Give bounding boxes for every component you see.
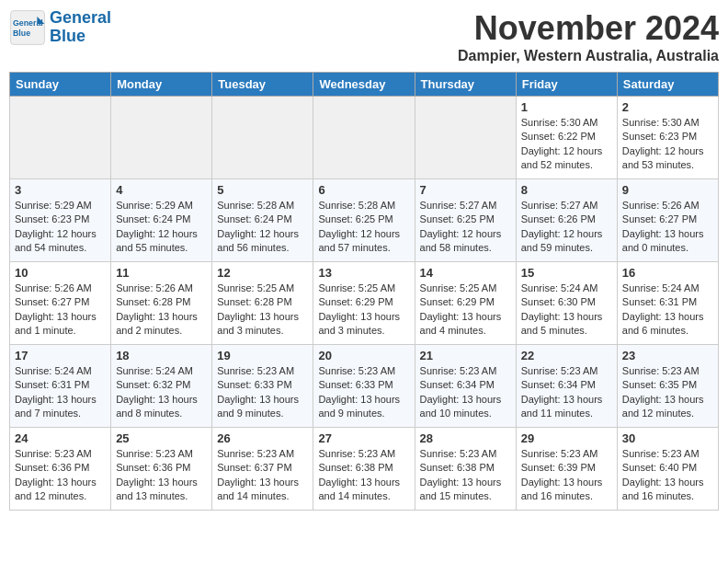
day-info: Sunrise: 5:23 AM Sunset: 6:33 PM Dayligh… (318, 364, 409, 421)
calendar-cell: 27Sunrise: 5:23 AM Sunset: 6:38 PM Dayli… (313, 428, 415, 511)
day-number: 2 (622, 100, 713, 114)
svg-rect-0 (11, 11, 45, 45)
day-info: Sunrise: 5:24 AM Sunset: 6:32 PM Dayligh… (116, 364, 207, 421)
calendar-cell: 21Sunrise: 5:23 AM Sunset: 6:34 PM Dayli… (415, 345, 516, 428)
day-number: 27 (318, 431, 409, 445)
calendar-cell: 5Sunrise: 5:28 AM Sunset: 6:24 PM Daylig… (212, 179, 313, 262)
day-info: Sunrise: 5:29 AM Sunset: 6:23 PM Dayligh… (15, 199, 106, 256)
calendar-cell: 9Sunrise: 5:26 AM Sunset: 6:27 PM Daylig… (617, 179, 718, 262)
day-info: Sunrise: 5:23 AM Sunset: 6:39 PM Dayligh… (521, 447, 612, 504)
calendar-cell (212, 97, 313, 179)
calendar-cell: 7Sunrise: 5:27 AM Sunset: 6:25 PM Daylig… (415, 179, 516, 262)
logo-text2: Blue (50, 28, 111, 46)
calendar-cell: 20Sunrise: 5:23 AM Sunset: 6:33 PM Dayli… (313, 345, 415, 428)
day-info: Sunrise: 5:23 AM Sunset: 6:36 PM Dayligh… (15, 447, 106, 504)
calendar-cell: 11Sunrise: 5:26 AM Sunset: 6:28 PM Dayli… (111, 262, 212, 345)
day-info: Sunrise: 5:23 AM Sunset: 6:36 PM Dayligh… (116, 447, 207, 504)
day-info: Sunrise: 5:30 AM Sunset: 6:23 PM Dayligh… (622, 116, 713, 173)
day-info: Sunrise: 5:26 AM Sunset: 6:28 PM Dayligh… (116, 282, 207, 339)
calendar-cell: 19Sunrise: 5:23 AM Sunset: 6:33 PM Dayli… (212, 345, 313, 428)
header-row: SundayMondayTuesdayWednesdayThursdayFrid… (10, 73, 719, 97)
day-info: Sunrise: 5:27 AM Sunset: 6:26 PM Dayligh… (521, 199, 612, 256)
calendar-cell: 30Sunrise: 5:23 AM Sunset: 6:40 PM Dayli… (617, 428, 718, 511)
day-number: 9 (622, 183, 713, 197)
day-info: Sunrise: 5:23 AM Sunset: 6:34 PM Dayligh… (420, 364, 511, 421)
day-info: Sunrise: 5:23 AM Sunset: 6:40 PM Dayligh… (622, 447, 713, 504)
weekday-header: Tuesday (212, 73, 313, 97)
calendar-row: 3Sunrise: 5:29 AM Sunset: 6:23 PM Daylig… (10, 179, 719, 262)
day-number: 3 (15, 183, 106, 197)
logo: General Blue General Blue (9, 9, 111, 46)
calendar-cell: 12Sunrise: 5:25 AM Sunset: 6:28 PM Dayli… (212, 262, 313, 345)
day-info: Sunrise: 5:24 AM Sunset: 6:31 PM Dayligh… (15, 364, 106, 421)
day-info: Sunrise: 5:30 AM Sunset: 6:22 PM Dayligh… (521, 116, 612, 173)
calendar-cell: 15Sunrise: 5:24 AM Sunset: 6:30 PM Dayli… (516, 262, 617, 345)
day-number: 6 (318, 183, 409, 197)
day-info: Sunrise: 5:25 AM Sunset: 6:28 PM Dayligh… (217, 282, 308, 339)
calendar-cell: 6Sunrise: 5:28 AM Sunset: 6:25 PM Daylig… (313, 179, 415, 262)
day-number: 14 (420, 266, 511, 280)
day-number: 1 (521, 100, 612, 114)
calendar-cell: 10Sunrise: 5:26 AM Sunset: 6:27 PM Dayli… (10, 262, 111, 345)
calendar-cell: 26Sunrise: 5:23 AM Sunset: 6:37 PM Dayli… (212, 428, 313, 511)
day-info: Sunrise: 5:23 AM Sunset: 6:37 PM Dayligh… (217, 447, 308, 504)
month-title: November 2024 (458, 9, 719, 48)
day-number: 18 (116, 349, 207, 362)
day-info: Sunrise: 5:29 AM Sunset: 6:24 PM Dayligh… (116, 199, 207, 256)
calendar-cell (415, 97, 516, 179)
day-number: 22 (521, 349, 612, 362)
day-info: Sunrise: 5:27 AM Sunset: 6:25 PM Dayligh… (420, 199, 511, 256)
weekday-header: Thursday (415, 73, 516, 97)
day-number: 21 (420, 349, 511, 362)
page-header: General Blue General Blue November 2024 … (9, 9, 719, 64)
logo-icon: General Blue (9, 9, 46, 46)
calendar-cell (313, 97, 415, 179)
day-number: 24 (15, 431, 106, 445)
calendar-cell: 4Sunrise: 5:29 AM Sunset: 6:24 PM Daylig… (111, 179, 212, 262)
day-number: 17 (15, 349, 106, 362)
day-number: 7 (420, 183, 511, 197)
day-info: Sunrise: 5:23 AM Sunset: 6:34 PM Dayligh… (521, 364, 612, 421)
calendar-cell: 29Sunrise: 5:23 AM Sunset: 6:39 PM Dayli… (516, 428, 617, 511)
calendar-cell: 28Sunrise: 5:23 AM Sunset: 6:38 PM Dayli… (415, 428, 516, 511)
day-info: Sunrise: 5:28 AM Sunset: 6:25 PM Dayligh… (318, 199, 409, 256)
day-info: Sunrise: 5:26 AM Sunset: 6:27 PM Dayligh… (622, 199, 713, 256)
day-info: Sunrise: 5:23 AM Sunset: 6:38 PM Dayligh… (318, 447, 409, 504)
day-info: Sunrise: 5:23 AM Sunset: 6:35 PM Dayligh… (622, 364, 713, 421)
calendar-row: 24Sunrise: 5:23 AM Sunset: 6:36 PM Dayli… (10, 428, 719, 511)
calendar-row: 10Sunrise: 5:26 AM Sunset: 6:27 PM Dayli… (10, 262, 719, 345)
logo-text1: General (50, 9, 111, 28)
day-number: 29 (521, 431, 612, 445)
day-number: 25 (116, 431, 207, 445)
day-info: Sunrise: 5:23 AM Sunset: 6:38 PM Dayligh… (420, 447, 511, 504)
weekday-header: Monday (111, 73, 212, 97)
calendar-cell: 13Sunrise: 5:25 AM Sunset: 6:29 PM Dayli… (313, 262, 415, 345)
day-number: 19 (217, 349, 308, 362)
day-number: 10 (15, 266, 106, 280)
calendar-cell: 1Sunrise: 5:30 AM Sunset: 6:22 PM Daylig… (516, 97, 617, 179)
day-info: Sunrise: 5:24 AM Sunset: 6:31 PM Dayligh… (622, 282, 713, 339)
day-number: 13 (318, 266, 409, 280)
day-number: 20 (318, 349, 409, 362)
weekday-header: Friday (516, 73, 617, 97)
title-block: November 2024 Dampier, Western Australia… (458, 9, 719, 64)
day-number: 8 (521, 183, 612, 197)
day-info: Sunrise: 5:28 AM Sunset: 6:24 PM Dayligh… (217, 199, 308, 256)
day-number: 5 (217, 183, 308, 197)
calendar-cell: 3Sunrise: 5:29 AM Sunset: 6:23 PM Daylig… (10, 179, 111, 262)
day-info: Sunrise: 5:23 AM Sunset: 6:33 PM Dayligh… (217, 364, 308, 421)
calendar-cell (111, 97, 212, 179)
calendar-cell: 2Sunrise: 5:30 AM Sunset: 6:23 PM Daylig… (617, 97, 718, 179)
weekday-header: Saturday (617, 73, 718, 97)
day-number: 30 (622, 431, 713, 445)
calendar-cell: 25Sunrise: 5:23 AM Sunset: 6:36 PM Dayli… (111, 428, 212, 511)
weekday-header: Wednesday (313, 73, 415, 97)
day-number: 15 (521, 266, 612, 280)
calendar-cell: 24Sunrise: 5:23 AM Sunset: 6:36 PM Dayli… (10, 428, 111, 511)
day-number: 16 (622, 266, 713, 280)
calendar-row: 17Sunrise: 5:24 AM Sunset: 6:31 PM Dayli… (10, 345, 719, 428)
day-number: 11 (116, 266, 207, 280)
day-info: Sunrise: 5:25 AM Sunset: 6:29 PM Dayligh… (318, 282, 409, 339)
day-number: 26 (217, 431, 308, 445)
location: Dampier, Western Australia, Australia (458, 48, 719, 64)
